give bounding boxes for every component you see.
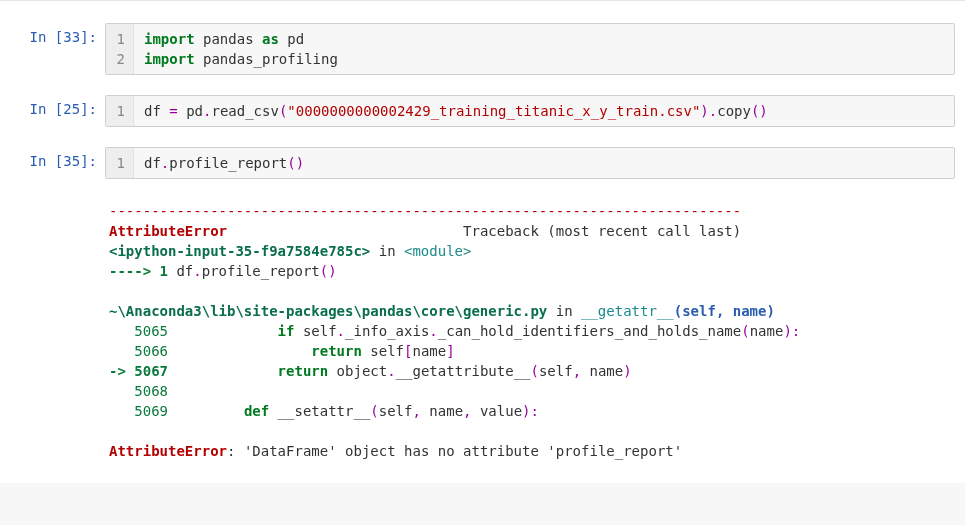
traceback-output: ----------------------------------------… <box>105 195 955 467</box>
code-cell: In [33]: 1 2 import pandas as pdimport p… <box>0 17 965 81</box>
code-text: profile_report <box>202 263 320 279</box>
code-editor[interactable]: df.profile_report() <box>134 148 954 178</box>
keyword: if <box>278 323 295 339</box>
line-number-gutter: 1 <box>106 96 134 126</box>
code-text: name <box>429 403 463 419</box>
code-text: name <box>590 363 624 379</box>
code-op: , <box>412 403 429 419</box>
code-input-box[interactable]: 1 df = pd.read_csv("0000000000002429_tra… <box>105 95 955 127</box>
code-text: name <box>412 343 446 359</box>
frame-location: ~\Anaconda3\lib\site-packages\pandas\cor… <box>109 303 547 319</box>
traceback-separator: ----------------------------------------… <box>109 203 741 219</box>
code-text: self <box>539 363 573 379</box>
notebook: In [33]: 1 2 import pandas as pdimport p… <box>0 0 965 483</box>
output-prompt-spacer <box>10 195 105 467</box>
error-name: AttributeError <box>109 443 227 459</box>
code-op: ( <box>530 363 538 379</box>
code-text: df <box>176 263 193 279</box>
padding <box>176 403 243 419</box>
frame-function: __getattr__ <box>581 303 674 319</box>
code-text: _info_axis <box>345 323 429 339</box>
code-text: __setattr__ <box>269 403 370 419</box>
code-cell: In [25]: 1 df = pd.read_csv("00000000000… <box>0 89 965 133</box>
frame-arrow: -> 5067 <box>109 363 176 379</box>
line-number-gutter: 1 <box>106 148 134 178</box>
line-number: 5066 <box>109 343 176 359</box>
input-prompt: In [35]: <box>10 147 105 179</box>
code-op: . <box>193 263 201 279</box>
code-op: , <box>463 403 480 419</box>
frame-module: <module> <box>404 243 471 259</box>
code-op: . <box>387 363 395 379</box>
code-text: self <box>362 343 404 359</box>
padding <box>176 363 277 379</box>
keyword: return <box>278 363 329 379</box>
keyword: return <box>311 343 362 359</box>
code-op: ) <box>623 363 631 379</box>
cell-output: ----------------------------------------… <box>0 193 965 473</box>
code-input-box[interactable]: 1 2 import pandas as pdimport pandas_pro… <box>105 23 955 75</box>
code-text: self <box>379 403 413 419</box>
text: : <box>227 443 244 459</box>
line-number: 5065 <box>109 323 176 339</box>
line-number: 1 <box>114 29 125 49</box>
code-op: ] <box>446 343 454 359</box>
traceback-label: Traceback (most recent call last) <box>463 223 741 239</box>
frame-signature: (self, name) <box>674 303 775 319</box>
code-editor[interactable]: import pandas as pdimport pandas_profili… <box>134 24 954 74</box>
input-prompt: In [33]: <box>10 23 105 75</box>
error-message: 'DataFrame' object has no attribute 'pro… <box>244 443 682 459</box>
padding <box>176 343 311 359</box>
line-number: 1 <box>114 153 125 173</box>
code-editor[interactable]: df = pd.read_csv("0000000000002429_train… <box>134 96 954 126</box>
code-text: self <box>294 323 336 339</box>
line-number: 5069 <box>109 403 176 419</box>
code-op: . <box>337 323 345 339</box>
text: in <box>547 303 581 319</box>
input-prompt: In [25]: <box>10 95 105 127</box>
code-op: ( <box>741 323 749 339</box>
code-text: name <box>750 323 784 339</box>
code-op: , <box>573 363 590 379</box>
keyword: def <box>244 403 269 419</box>
code-text: _can_hold_identifiers_and_holds_name <box>438 323 741 339</box>
code-text: __getattribute__ <box>396 363 531 379</box>
frame-arrow: ----> 1 <box>109 263 176 279</box>
text: in <box>370 243 404 259</box>
code-cell: In [35]: 1 df.profile_report() <box>0 141 965 185</box>
code-op: ): <box>522 403 539 419</box>
code-op: ( <box>370 403 378 419</box>
line-number: 2 <box>114 49 125 69</box>
padding <box>227 223 463 239</box>
code-text: object <box>328 363 387 379</box>
padding <box>176 323 277 339</box>
code-input-box[interactable]: 1 df.profile_report() <box>105 147 955 179</box>
line-number: 1 <box>114 101 125 121</box>
error-name: AttributeError <box>109 223 227 239</box>
code-op: () <box>320 263 337 279</box>
code-text: value <box>480 403 522 419</box>
frame-location: <ipython-input-35-f9a7584e785c> <box>109 243 370 259</box>
line-number-gutter: 1 2 <box>106 24 134 74</box>
code-op: . <box>429 323 437 339</box>
code-op: ): <box>783 323 800 339</box>
line-number: 5068 <box>109 383 176 399</box>
